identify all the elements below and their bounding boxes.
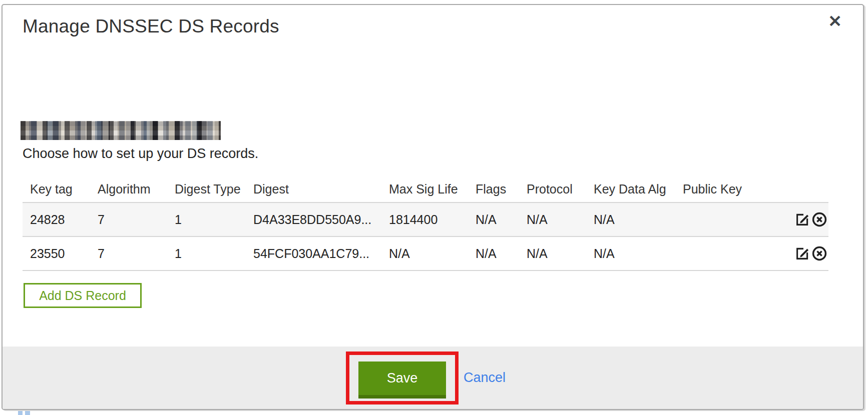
table-header-row: Key tag Algorithm Digest Type Digest Max… <box>23 176 828 202</box>
col-header-key-data-alg: Key Data Alg <box>586 176 675 202</box>
cell-public-key <box>675 236 783 270</box>
cell-flags: N/A <box>468 236 519 270</box>
col-header-actions <box>783 176 828 202</box>
col-header-flags: Flags <box>468 176 519 202</box>
edit-record-button[interactable] <box>794 246 810 262</box>
cell-actions <box>783 236 828 270</box>
cell-flags: N/A <box>468 202 519 236</box>
delete-icon <box>811 212 827 228</box>
manage-dnssec-dialog: Manage DNSSEC DS Records ✕ Choose how to… <box>2 4 864 410</box>
cell-max-sig-life: N/A <box>381 236 468 270</box>
cell-key-tag: 23550 <box>23 236 90 270</box>
cell-protocol: N/A <box>519 236 586 270</box>
table-row: 23550 7 1 54FCF030AA1C79... N/A N/A N/A … <box>23 236 828 270</box>
col-header-protocol: Protocol <box>519 176 586 202</box>
col-header-digest: Digest <box>246 176 381 202</box>
close-icon[interactable]: ✕ <box>828 13 842 30</box>
cell-digest-type: 1 <box>167 202 246 236</box>
cell-actions <box>783 202 828 236</box>
col-header-key-tag: Key tag <box>23 176 90 202</box>
cell-digest: D4A33E8DD550A9... <box>246 202 381 236</box>
background-page-artifact <box>18 411 30 415</box>
table-row: 24828 7 1 D4A33E8DD550A9... 1814400 N/A … <box>23 202 828 236</box>
cell-max-sig-life: 1814400 <box>381 202 468 236</box>
edit-icon <box>794 246 810 262</box>
edit-record-button[interactable] <box>794 212 810 228</box>
cell-digest: 54FCF030AA1C79... <box>246 236 381 270</box>
edit-icon <box>794 212 810 228</box>
delete-record-button[interactable] <box>811 212 827 228</box>
col-header-public-key: Public Key <box>675 176 783 202</box>
cell-protocol: N/A <box>519 202 586 236</box>
cell-algorithm: 7 <box>90 236 167 270</box>
col-header-algorithm: Algorithm <box>90 176 167 202</box>
ds-records-table: Key tag Algorithm Digest Type Digest Max… <box>23 176 828 271</box>
save-annotation-red-box: Save <box>346 352 459 404</box>
cell-key-data-alg: N/A <box>586 202 675 236</box>
col-header-digest-type: Digest Type <box>167 176 246 202</box>
intro-text: Choose how to set up your DS records. <box>23 146 863 162</box>
cell-algorithm: 7 <box>90 202 167 236</box>
add-ds-record-button[interactable]: Add DS Record <box>24 283 142 308</box>
dialog-footer: Save Cancel <box>3 346 863 409</box>
save-button[interactable]: Save <box>358 362 446 398</box>
cell-digest-type: 1 <box>167 236 246 270</box>
delete-record-button[interactable] <box>811 246 827 262</box>
cell-key-tag: 24828 <box>23 202 90 236</box>
dialog-title: Manage DNSSEC DS Records <box>23 16 863 37</box>
redacted-domain-name <box>21 121 221 140</box>
delete-icon <box>811 246 827 262</box>
col-header-max-sig-life: Max Sig Life <box>381 176 468 202</box>
cancel-link[interactable]: Cancel <box>464 370 506 386</box>
cell-public-key <box>675 202 783 236</box>
cell-key-data-alg: N/A <box>586 236 675 270</box>
